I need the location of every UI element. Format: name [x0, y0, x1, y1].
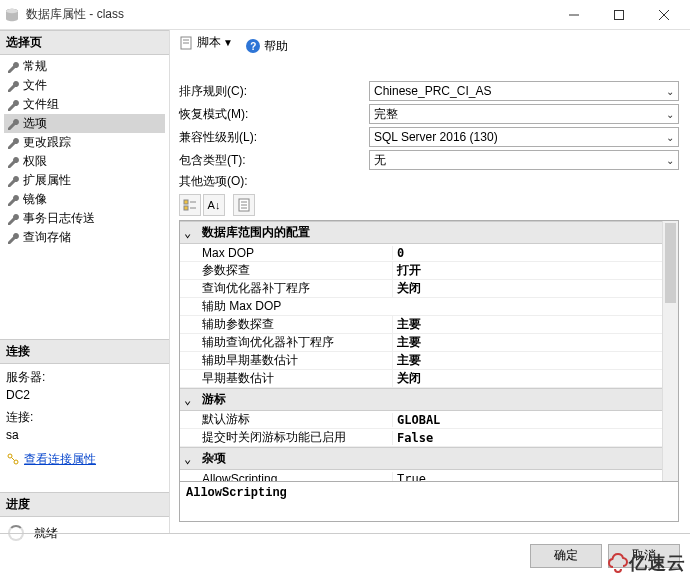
- connection-header: 连接: [0, 339, 169, 364]
- prop-name: Max DOP: [180, 246, 392, 260]
- svg-rect-12: [184, 200, 188, 204]
- sidebar-item-1[interactable]: 文件: [4, 76, 165, 95]
- wrench-icon: [6, 155, 20, 169]
- prop-value: True: [392, 472, 662, 483]
- grid-row[interactable]: 辅助早期基数估计主要: [180, 352, 662, 370]
- collapse-icon: ⌄: [184, 226, 198, 240]
- property-grid[interactable]: ⌄数据库范围内的配置Max DOP0参数探查打开查询优化器补丁程序关闭辅助 Ma…: [179, 220, 679, 482]
- collapse-icon: ⌄: [184, 393, 198, 407]
- script-dropdown[interactable]: 脚本 ▼: [179, 34, 233, 51]
- prop-name: 辅助早期基数估计: [180, 352, 392, 369]
- wrench-icon: [6, 79, 20, 93]
- collation-label: 排序规则(C):: [179, 83, 369, 100]
- server-value: DC2: [6, 386, 163, 404]
- close-button[interactable]: [641, 1, 686, 29]
- maximize-button[interactable]: [596, 1, 641, 29]
- prop-name: 默认游标: [180, 411, 392, 428]
- svg-rect-3: [614, 10, 623, 19]
- grid-row[interactable]: 辅助参数探查主要: [180, 316, 662, 334]
- grid-category[interactable]: ⌄游标: [180, 388, 662, 411]
- sidebar-item-2[interactable]: 文件组: [4, 95, 165, 114]
- grid-row[interactable]: 辅助 Max DOP: [180, 298, 662, 316]
- grid-row[interactable]: AllowScriptingTrue: [180, 470, 662, 482]
- grid-category[interactable]: ⌄数据库范围内的配置: [180, 221, 662, 244]
- grid-row[interactable]: 辅助查询优化器补丁程序主要: [180, 334, 662, 352]
- conn-label: 连接:: [6, 408, 163, 426]
- sidebar-item-3[interactable]: 选项: [4, 114, 165, 133]
- wrench-icon: [6, 60, 20, 74]
- help-button[interactable]: ? 帮助: [246, 38, 288, 55]
- properties-button[interactable]: [233, 194, 255, 216]
- recovery-label: 恢复模式(M):: [179, 106, 369, 123]
- collation-combo[interactable]: Chinese_PRC_CI_AS⌄: [369, 81, 679, 101]
- prop-name: 提交时关闭游标功能已启用: [180, 429, 392, 446]
- other-options-label: 其他选项(O):: [179, 173, 369, 190]
- wrench-icon: [6, 212, 20, 226]
- grid-row[interactable]: 提交时关闭游标功能已启用False: [180, 429, 662, 447]
- collapse-icon: ⌄: [184, 452, 198, 466]
- sidebar-item-9[interactable]: 查询存储: [4, 228, 165, 247]
- prop-name: 参数探查: [180, 262, 392, 279]
- sidebar-item-8[interactable]: 事务日志传送: [4, 209, 165, 228]
- wrench-icon: [6, 98, 20, 112]
- window-title: 数据库属性 - class: [26, 6, 551, 23]
- alphabetical-button[interactable]: A↓: [203, 194, 225, 216]
- svg-point-1: [6, 8, 18, 12]
- prop-name: 辅助查询优化器补丁程序: [180, 334, 392, 351]
- minimize-button[interactable]: [551, 1, 596, 29]
- prop-name: 辅助 Max DOP: [180, 298, 392, 315]
- chevron-down-icon: ⌄: [666, 86, 674, 97]
- database-icon: [4, 7, 20, 23]
- grid-row[interactable]: 查询优化器补丁程序关闭: [180, 280, 662, 298]
- wrench-icon: [6, 193, 20, 207]
- contain-label: 包含类型(T):: [179, 152, 369, 169]
- prop-value: 打开: [392, 262, 662, 279]
- chevron-down-icon: ▼: [223, 37, 233, 48]
- select-page-header: 选择页: [0, 30, 169, 55]
- ok-button[interactable]: 确定: [530, 544, 602, 568]
- chevron-down-icon: ⌄: [666, 132, 674, 143]
- categorize-button[interactable]: [179, 194, 201, 216]
- grid-row[interactable]: 默认游标GLOBAL: [180, 411, 662, 429]
- grid-row[interactable]: 早期基数估计关闭: [180, 370, 662, 388]
- wrench-icon: [6, 136, 20, 150]
- sidebar-item-4[interactable]: 更改跟踪: [4, 133, 165, 152]
- recovery-combo[interactable]: 完整⌄: [369, 104, 679, 124]
- prop-value: 主要: [392, 334, 662, 351]
- prop-name: AllowScripting: [180, 472, 392, 483]
- conn-value: sa: [6, 426, 163, 444]
- compat-label: 兼容性级别(L):: [179, 129, 369, 146]
- svg-rect-13: [184, 206, 188, 210]
- grid-category[interactable]: ⌄杂项: [180, 447, 662, 470]
- prop-value: 主要: [392, 352, 662, 369]
- sidebar-item-7[interactable]: 镜像: [4, 190, 165, 209]
- compat-combo[interactable]: SQL Server 2016 (130)⌄: [369, 127, 679, 147]
- property-description: AllowScripting: [179, 482, 679, 522]
- prop-name: 查询优化器补丁程序: [180, 280, 392, 297]
- svg-point-9: [8, 454, 12, 458]
- chevron-down-icon: ⌄: [666, 109, 674, 120]
- connection-icon: [6, 452, 20, 466]
- help-icon: ?: [246, 39, 260, 53]
- prop-name: 早期基数估计: [180, 370, 392, 387]
- prop-value: 关闭: [392, 370, 662, 387]
- wrench-icon: [6, 231, 20, 245]
- chevron-down-icon: ⌄: [666, 155, 674, 166]
- sidebar-item-5[interactable]: 权限: [4, 152, 165, 171]
- wrench-icon: [6, 117, 20, 131]
- cloud-icon: [607, 551, 631, 575]
- prop-value: 0: [392, 246, 662, 260]
- server-label: 服务器:: [6, 368, 163, 386]
- prop-value: 关闭: [392, 280, 662, 297]
- grid-row[interactable]: 参数探查打开: [180, 262, 662, 280]
- sidebar-item-6[interactable]: 扩展属性: [4, 171, 165, 190]
- prop-value: 主要: [392, 316, 662, 333]
- sidebar-item-0[interactable]: 常规: [4, 57, 165, 76]
- svg-line-11: [11, 457, 14, 460]
- grid-scrollbar[interactable]: [662, 221, 678, 481]
- contain-combo[interactable]: 无⌄: [369, 150, 679, 170]
- grid-row[interactable]: Max DOP0: [180, 244, 662, 262]
- script-icon: [179, 36, 193, 50]
- view-connection-properties[interactable]: 查看连接属性: [6, 450, 163, 468]
- prop-value: False: [392, 431, 662, 445]
